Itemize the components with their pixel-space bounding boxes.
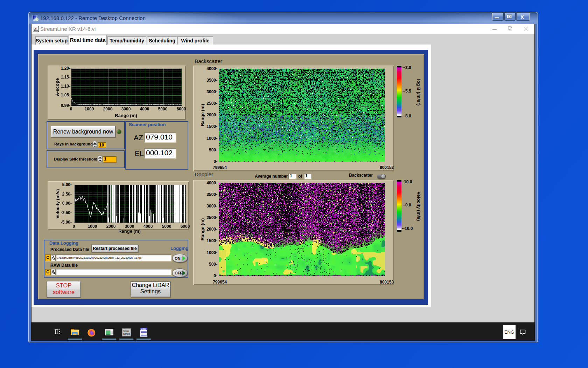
svg-text:X: X bbox=[520, 14, 524, 20]
